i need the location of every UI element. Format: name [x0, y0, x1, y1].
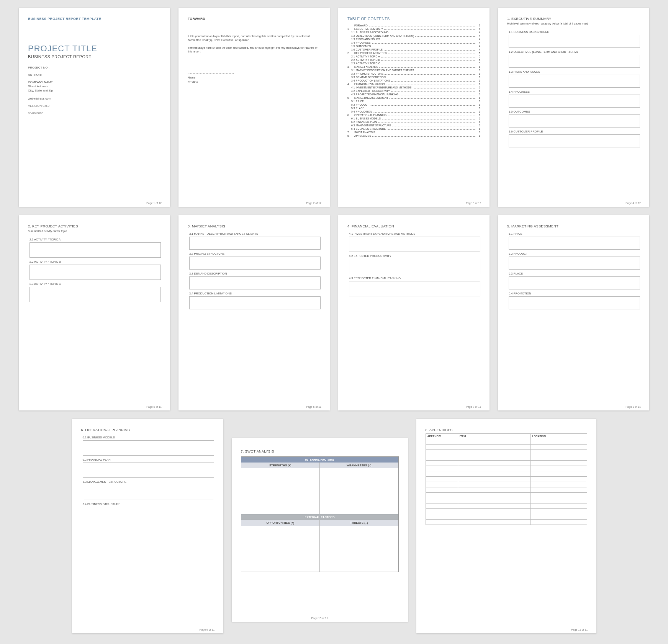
table-row: [426, 493, 587, 498]
subsection-label: 1.6 CUSTOMER PROFILE: [509, 130, 640, 133]
page-exec-summary: 1. EXECUTIVE SUMMARY High level summary …: [498, 8, 649, 207]
signature-line: [188, 73, 234, 74]
op-heading: 6. OPERATIONAL PLANNING: [81, 428, 214, 432]
project-no: PROJECT NO.:: [28, 66, 161, 69]
exec-heading: 1. EXECUTIVE SUMMARY: [507, 17, 640, 21]
input-box: [83, 463, 214, 478]
subsection-label: 3.2 PRICING STRUCTURE: [189, 252, 321, 255]
subsection-label: 6.3 MANAGEMENT STRUCTURE: [83, 480, 214, 484]
exec-note: High level summary of each category belo…: [507, 22, 640, 25]
input-box: [509, 276, 640, 289]
doc-header: BUSINESS PROJECT REPORT TEMPLATE: [28, 17, 161, 21]
input-box: [83, 440, 214, 456]
subsection-label: 3.3 DEMAND DESCRIPTION: [189, 272, 321, 275]
forward-p2: The message here should be clear and con…: [188, 46, 321, 54]
footer: Page 5 of 11: [146, 405, 162, 408]
author-label: AUTHOR:: [28, 73, 161, 77]
page-financial-eval: 4. FINANCIAL EVALUATION 4.1 INVESTMENT E…: [338, 215, 490, 410]
apx-col-appendix: APPENDIX: [426, 434, 458, 439]
input-box: [509, 134, 640, 147]
swot-weaknesses-cell: [320, 468, 398, 514]
footer: Page 6 of 11: [306, 405, 321, 408]
table-row: [426, 461, 587, 466]
input-box: [509, 296, 640, 309]
key-heading: 2. KEY PROJECT ACTIVITIES: [28, 224, 161, 228]
subsection-label: 4.3 PROJECTED FINANCIAL RANKING: [349, 276, 480, 280]
swot-strengths-hdr: STRENGTHS (+): [241, 463, 320, 468]
table-row: [426, 455, 587, 461]
swot-table: INTERNAL FACTORS STRENGTHS (+) WEAKNESSE…: [241, 456, 399, 572]
footer: Page 11 of 11: [571, 628, 588, 631]
swot-threats-hdr: THREATS (–): [320, 520, 398, 526]
name-label: Name: [188, 76, 321, 80]
forward-heading: FORWARD: [188, 17, 321, 21]
market-heading: 3. MARKET ANALYSIS: [188, 224, 321, 228]
subsection-label: 4.2 EXPECTED PRODUCTIVITY: [349, 254, 480, 258]
subsection-label: 6.2 FINANCIAL PLAN: [83, 458, 214, 461]
subsection-label: 6.4 BUSINESS STRUCTURE: [83, 502, 214, 506]
subsection-label: 5.3 PLACE: [509, 272, 640, 275]
table-row: [426, 466, 587, 471]
footer: Page 7 of 11: [466, 405, 481, 408]
table-row: [426, 482, 587, 487]
subsection-label: 1.4 PROGRESS: [509, 90, 640, 93]
apx-col-item: ITEM: [458, 434, 530, 439]
subsection-label: 4.1 INVESTMENT EXPENDITURE AND METHODS: [349, 232, 480, 235]
page-cover: BUSINESS PROJECT REPORT TEMPLATE PROJECT…: [19, 8, 170, 207]
input-box: [509, 237, 640, 250]
fin-heading: 4. FINANCIAL EVALUATION: [347, 224, 480, 228]
page-forward: FORWARD If it is your intention to publi…: [178, 8, 330, 207]
forward-p1: If it is your intention to publish this …: [188, 34, 321, 42]
subsection-label: 5.2 PRODUCT: [509, 252, 640, 255]
input-box: [29, 242, 161, 258]
subsection-label: 1.3 RISKS AND ISSUES: [509, 70, 640, 74]
subsection-label: 1.2 OBJECTIVES (LONG-TERM AND SHORT-TERM…: [509, 50, 640, 54]
input-box: [189, 276, 321, 289]
subsection-label: 2.2 ACTIVITY / TOPIC B: [29, 260, 161, 263]
page-operational-planning: 6. OPERATIONAL PLANNING 6.1 BUSINESS MOD…: [72, 419, 223, 633]
page-key-activities: 2. KEY PROJECT ACTIVITIES Summarized act…: [19, 215, 170, 410]
swot-opportunities-hdr: OPPORTUNITIES (+): [241, 520, 320, 526]
table-row: [426, 520, 587, 525]
input-box: [349, 237, 480, 252]
table-row: [426, 450, 587, 455]
company-block: COMPANY NAME Street Address City, State …: [28, 80, 161, 93]
input-box: [189, 237, 321, 250]
apx-heading: 8. APPENDICES: [426, 428, 587, 432]
table-row: [426, 471, 587, 477]
swot-weaknesses-hdr: WEAKNESSES (–): [320, 463, 398, 468]
position-label: Position: [188, 80, 321, 84]
footer: Page 4 of 12: [625, 202, 641, 204]
subsection-label: 3.4 PRODUCTION LIMITATIONS: [189, 292, 321, 295]
date: 00/00/0000: [28, 111, 161, 115]
input-box: [189, 257, 321, 270]
input-box: [29, 265, 161, 280]
swot-heading: 7. SWOT ANALYSIS: [241, 449, 399, 453]
input-box: [83, 485, 214, 500]
page-market-analysis: 3. MARKET ANALYSIS 3.1 MARKET DESCRIPTIO…: [178, 215, 330, 410]
subsection-label: 6.1 BUSINESS MODELS: [83, 436, 214, 439]
footer: Page 10 of 11: [311, 617, 328, 619]
project-title: PROJECT TITLE: [28, 44, 161, 54]
swot-strengths-cell: [241, 468, 320, 514]
swot-threats-cell: [320, 526, 398, 572]
input-box: [509, 114, 640, 127]
apx-col-location: LOCATION: [530, 434, 587, 439]
mkt-heading: 5. MARKETING ASSESSMENT: [507, 224, 640, 228]
footer: Page 1 of 12: [146, 202, 162, 204]
input-box: [509, 257, 640, 270]
page-swot: 7. SWOT ANALYSIS INTERNAL FACTORS STRENG…: [232, 438, 408, 622]
input-box: [29, 287, 161, 302]
input-box: [349, 281, 480, 296]
input-box: [509, 75, 640, 88]
swot-external: EXTERNAL FACTORS: [241, 514, 398, 520]
table-row: [426, 503, 587, 509]
footer: Page 3 of 12: [466, 202, 481, 204]
table-row: [426, 498, 587, 503]
appendix-table: APPENDIX ITEM LOCATION: [426, 433, 587, 525]
subsection-label: 2.1 ACTIVITY / TOPIC A: [29, 238, 161, 241]
swot-internal: INTERNAL FACTORS: [241, 457, 398, 463]
toc-list: FORWARD21.EXECUTIVE SUMMARY41.1BUSINESS …: [347, 24, 480, 138]
table-row: [426, 477, 587, 482]
table-row: [426, 514, 587, 520]
